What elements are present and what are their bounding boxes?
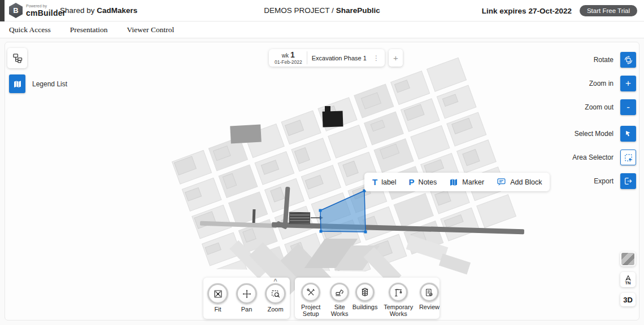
city-block <box>410 125 450 159</box>
menu-presentation[interactable]: Presentation <box>70 25 108 34</box>
box-zoom-button[interactable]: ^ Zoom <box>265 283 286 313</box>
view-controls-card: Fit Pan ^ Zoom <box>203 278 290 319</box>
zoom-out-button[interactable]: - <box>620 99 636 115</box>
area-selector-label: Area Selector <box>572 153 613 161</box>
text-label-icon: T <box>372 177 377 187</box>
city-block <box>427 58 467 91</box>
select-model-label: Select Model <box>575 130 613 138</box>
city-block <box>440 207 480 241</box>
rotate-button[interactable] <box>620 52 636 68</box>
dark-building[interactable] <box>323 111 343 127</box>
city-block <box>374 138 414 172</box>
city-block <box>447 112 487 146</box>
review-button[interactable]: Review <box>419 283 440 310</box>
menu-viewer-control[interactable]: Viewer Control <box>127 25 175 34</box>
city-block <box>390 71 430 104</box>
review-icon <box>424 288 434 297</box>
notes-icon: P <box>409 177 415 187</box>
city-block <box>456 139 497 173</box>
timeline-phase-label[interactable]: Excavation Phase 1 <box>307 55 371 62</box>
link-expiry-text: Link expires 27-Oct-2022 <box>482 7 572 15</box>
right-toolbar: Rotate Zoom in + Zoom out - Select Model <box>572 52 636 189</box>
rotate-label: Rotate <box>594 56 613 64</box>
area-select-icon <box>624 153 633 162</box>
menu-quick-access[interactable]: Quick Access <box>9 25 51 34</box>
city-block <box>437 85 477 118</box>
site-works-button[interactable]: Site Works <box>327 283 352 317</box>
zoom-out-label: Zoom out <box>585 103 613 111</box>
temporary-works-icon <box>393 287 403 297</box>
city-block <box>394 193 434 227</box>
marker-icon <box>449 178 458 187</box>
cursor-icon <box>624 130 633 138</box>
select-model-button[interactable] <box>620 126 636 142</box>
plus-icon: + <box>625 78 631 89</box>
pan-icon <box>242 289 252 299</box>
gray-building[interactable] <box>230 125 262 144</box>
fit-icon <box>213 289 223 299</box>
add-phase-button[interactable]: + <box>389 49 403 67</box>
city-block <box>301 165 341 199</box>
export-label: Export <box>594 177 613 185</box>
zoom-in-button[interactable]: + <box>620 76 636 91</box>
3d-mode-button[interactable]: 3D <box>620 293 636 306</box>
site-works-icon <box>334 287 345 297</box>
phase-menu-kebab-icon[interactable]: ⋮ <box>371 55 381 62</box>
basemap-thumbnail-image <box>621 253 634 265</box>
legend-list-label: Legend List <box>32 80 67 88</box>
corner-controls: TN 3D <box>620 252 636 306</box>
timeline-widget: wk1 01-Feb-2022 Excavation Phase 1 ⋮ + <box>269 49 403 67</box>
annotation-toolbar: T label P Notes Marker Add Block <box>364 173 550 191</box>
add-block-icon <box>497 177 506 187</box>
timeline-week-selector[interactable]: wk1 01-Feb-2022 <box>275 51 307 65</box>
zoom-in-label: Zoom in <box>589 80 613 87</box>
project-setup-icon <box>306 288 316 297</box>
export-icon <box>624 177 633 186</box>
add-marker-tool[interactable]: Marker <box>449 178 484 187</box>
start-free-trial-button[interactable]: Start Free Trial <box>580 5 637 16</box>
add-block-tool[interactable]: Add Block <box>497 177 542 187</box>
small-dark-strip <box>253 209 256 223</box>
app-header: B Powered by cmBuilder Shared by CadMake… <box>0 0 644 21</box>
city-block <box>354 84 394 118</box>
striped-site-building[interactable] <box>289 212 310 225</box>
city-block <box>218 164 258 198</box>
city-block <box>357 207 397 240</box>
dimension-arrow <box>311 215 323 221</box>
legend-list-control: Legend List <box>9 74 67 93</box>
city-block <box>182 177 222 211</box>
export-button[interactable] <box>620 173 636 189</box>
city-block <box>311 192 351 226</box>
timeline-date: 01-Feb-2022 <box>275 60 302 65</box>
area-selector-button[interactable] <box>620 150 636 165</box>
add-notes-tool[interactable]: P Notes <box>409 177 437 187</box>
true-north-button[interactable]: TN <box>620 272 636 287</box>
basemap-thumbnail-button[interactable] <box>620 252 636 266</box>
project-setup-button[interactable]: Project Setup <box>295 283 327 317</box>
city-block <box>364 111 404 145</box>
city-block <box>255 151 295 185</box>
city-block <box>328 125 368 159</box>
model-tree-button[interactable] <box>7 48 27 68</box>
buildings-icon <box>360 287 370 297</box>
fit-button[interactable]: Fit <box>207 283 228 313</box>
model-tree-icon <box>12 52 23 64</box>
city-block <box>172 150 212 184</box>
add-label-tool[interactable]: T label <box>372 177 397 187</box>
city-block <box>291 138 331 172</box>
city-block <box>401 98 441 132</box>
app-window: B Powered by cmBuilder Shared by CadMake… <box>0 0 644 325</box>
expand-chevron-icon[interactable]: ^ <box>273 278 277 284</box>
rotate-icon <box>624 55 633 65</box>
menu-bar: Quick Access Presentation Viewer Control <box>0 22 644 38</box>
city-block <box>476 194 516 228</box>
minus-icon: - <box>626 102 630 113</box>
temporary-works-button[interactable]: Temporary Works <box>377 283 419 317</box>
city-block <box>281 111 321 144</box>
map-icon <box>13 80 22 89</box>
city-block <box>228 191 268 225</box>
legend-list-button[interactable] <box>9 74 25 93</box>
dark-building-annex <box>325 106 330 113</box>
pan-button[interactable]: Pan <box>236 283 257 313</box>
buildings-button[interactable]: Buildings <box>353 283 378 310</box>
